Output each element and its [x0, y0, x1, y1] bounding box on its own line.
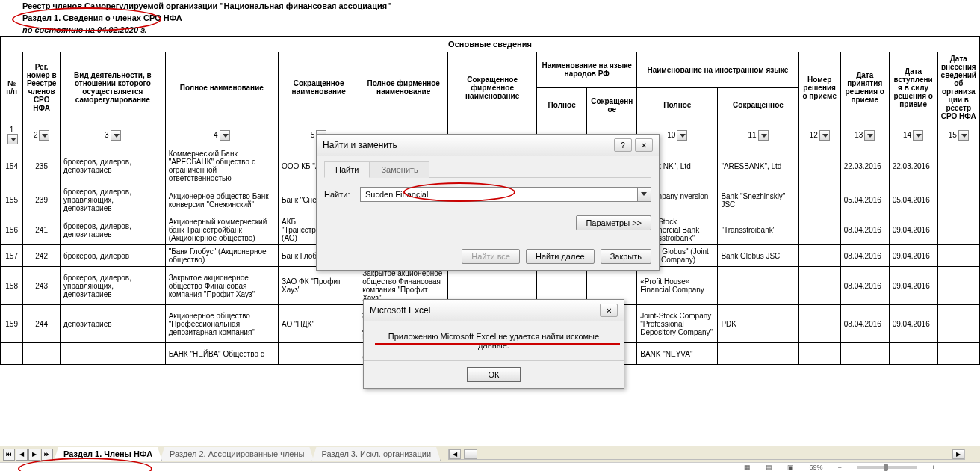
- cell[interactable]: [937, 343, 979, 365]
- cell[interactable]: [937, 245, 979, 267]
- zoom-slider[interactable]: [857, 466, 917, 469]
- cell[interactable]: Акционерный коммерческий банк Трансстрой…: [165, 215, 278, 245]
- cell[interactable]: Joint-Stock Company "Professional Deposi…: [637, 305, 718, 343]
- cell[interactable]: BANK "NEYVA": [637, 343, 718, 365]
- sheet-nav-first[interactable]: ⏮: [3, 449, 15, 461]
- cell[interactable]: 156: [1, 215, 23, 245]
- filter-dropdown-icon[interactable]: [864, 130, 875, 141]
- cell[interactable]: [798, 343, 840, 365]
- cell[interactable]: 154: [1, 147, 23, 185]
- cell[interactable]: "ARESBANK", Ltd: [718, 147, 798, 185]
- cell[interactable]: [718, 267, 798, 305]
- cell[interactable]: [937, 147, 979, 185]
- filter-dropdown-icon[interactable]: [958, 130, 969, 141]
- cell[interactable]: 08.04.2016: [840, 267, 889, 305]
- cell[interactable]: [937, 267, 979, 305]
- view-break-icon[interactable]: ▣: [787, 464, 794, 471]
- cell[interactable]: Коммерческий Банк "АРЕСБАНК" общество с …: [165, 147, 278, 185]
- filter-dropdown-icon[interactable]: [758, 130, 769, 141]
- sheet-tab-3[interactable]: Раздел 3. Искл. организации: [311, 447, 441, 461]
- help-icon[interactable]: ?: [614, 138, 632, 152]
- cell[interactable]: ЗАО ФК "Профит Хауз": [279, 267, 359, 305]
- close-icon[interactable]: ✕: [635, 138, 653, 152]
- cell[interactable]: брокеров, дилеров: [61, 245, 166, 267]
- scroll-left-arrow[interactable]: ◀: [449, 449, 461, 459]
- cell[interactable]: Акционерное общество Банк конверсии "Сне…: [165, 185, 278, 215]
- cell[interactable]: 239: [23, 185, 61, 215]
- cell[interactable]: "Transstroibank": [718, 215, 798, 245]
- view-layout-icon[interactable]: ▤: [766, 464, 772, 471]
- scroll-thumb[interactable]: [464, 449, 477, 459]
- cell[interactable]: брокеров, дилеров, управляющих, депозита…: [61, 185, 166, 215]
- cell[interactable]: 243: [23, 267, 61, 305]
- filter-dropdown-icon[interactable]: [913, 130, 923, 141]
- cell[interactable]: брокеров, дилеров, управляющих, депозита…: [61, 267, 166, 305]
- cell[interactable]: [937, 185, 979, 215]
- filter-dropdown-icon[interactable]: [677, 130, 687, 141]
- view-normal-icon[interactable]: ▦: [744, 464, 751, 471]
- cell[interactable]: PDK: [718, 305, 798, 343]
- cell[interactable]: «Profit House» Financial Company: [637, 267, 718, 305]
- cell[interactable]: "Банк Глобус" (Акционерное общество): [165, 245, 278, 267]
- alert-ok-button[interactable]: ОК: [467, 367, 521, 382]
- cell[interactable]: брокеров, дилеров, депозитариев: [61, 147, 166, 185]
- find-next-button[interactable]: Найти далее: [526, 249, 595, 264]
- cell[interactable]: 05.04.2016: [889, 185, 937, 215]
- cell[interactable]: [279, 343, 359, 365]
- cell[interactable]: [1, 343, 23, 365]
- tab-find[interactable]: Найти: [324, 161, 370, 178]
- cell[interactable]: [718, 343, 798, 365]
- filter-dropdown-icon[interactable]: [7, 134, 18, 144]
- cell[interactable]: депозитариев: [61, 305, 166, 343]
- filter-dropdown-icon[interactable]: [39, 130, 49, 141]
- cell[interactable]: брокеров, дилеров, депозитариев: [61, 215, 166, 245]
- cell[interactable]: БАНК "НЕЙВА" Общество с: [165, 343, 278, 365]
- cell[interactable]: [937, 305, 979, 343]
- close-button[interactable]: Закрыть: [601, 249, 651, 264]
- find-all-button[interactable]: Найти все: [462, 249, 520, 264]
- cell[interactable]: 158: [1, 267, 23, 305]
- cell[interactable]: [798, 215, 840, 245]
- sheet-tab-2[interactable]: Раздел 2. Ассоциированные члены: [160, 447, 314, 461]
- cell[interactable]: [840, 343, 889, 365]
- cell[interactable]: [889, 343, 937, 365]
- cell[interactable]: 08.04.2016: [840, 305, 889, 343]
- tab-replace[interactable]: Заменить: [370, 161, 429, 178]
- sheet-nav-last[interactable]: ⏭: [41, 449, 53, 461]
- cell[interactable]: [798, 267, 840, 305]
- filter-dropdown-icon[interactable]: [111, 130, 121, 141]
- cell[interactable]: Bank Globus JSC: [718, 245, 798, 267]
- cell[interactable]: [798, 305, 840, 343]
- filter-dropdown-icon[interactable]: [819, 130, 830, 141]
- alert-close-icon[interactable]: ✕: [600, 304, 618, 317]
- cell[interactable]: 157: [1, 245, 23, 267]
- cell[interactable]: 09.04.2016: [889, 245, 937, 267]
- params-button[interactable]: Параметры >>: [576, 215, 651, 230]
- cell[interactable]: 09.04.2016: [889, 215, 937, 245]
- cell[interactable]: Акционерное общество "Профессиональная д…: [165, 305, 278, 343]
- cell[interactable]: 22.03.2016: [840, 147, 889, 185]
- cell[interactable]: 22.03.2016: [889, 147, 937, 185]
- scroll-right-arrow[interactable]: ▶: [952, 449, 964, 459]
- cell[interactable]: 08.04.2016: [840, 245, 889, 267]
- cell[interactable]: АО "ПДК": [279, 305, 359, 343]
- cell[interactable]: Bank "Snezhinskiy" JSC: [718, 185, 798, 215]
- cell[interactable]: [937, 215, 979, 245]
- cell[interactable]: Закрытое акционерное общество Финансовая…: [165, 267, 278, 305]
- cell[interactable]: [23, 343, 61, 365]
- cell[interactable]: 155: [1, 185, 23, 215]
- sheet-tab-1[interactable]: Раздел 1. Члены НФА: [54, 447, 162, 461]
- cell[interactable]: 242: [23, 245, 61, 267]
- cell[interactable]: 08.04.2016: [840, 215, 889, 245]
- cell[interactable]: 09.04.2016: [889, 305, 937, 343]
- cell[interactable]: 244: [23, 305, 61, 343]
- sheet-nav-next[interactable]: ▶: [28, 449, 40, 461]
- cell[interactable]: [798, 185, 840, 215]
- cell[interactable]: 235: [23, 147, 61, 185]
- cell[interactable]: 05.04.2016: [840, 185, 889, 215]
- filter-dropdown-icon[interactable]: [220, 130, 230, 141]
- find-history-dropdown[interactable]: [638, 187, 651, 202]
- cell[interactable]: [798, 245, 840, 267]
- sheet-nav-prev[interactable]: ◀: [16, 449, 28, 461]
- cell[interactable]: 09.04.2016: [889, 267, 937, 305]
